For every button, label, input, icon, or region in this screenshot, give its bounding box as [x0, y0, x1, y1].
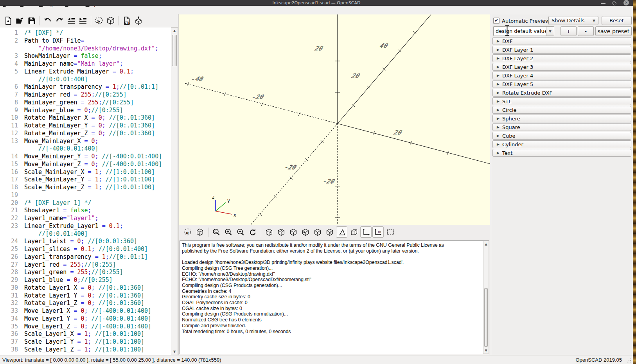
scroll-up-icon[interactable]: ▲: [171, 28, 178, 34]
group-text[interactable]: ▶Text: [492, 149, 631, 157]
indent-button[interactable]: [77, 15, 89, 26]
redo-button[interactable]: [54, 15, 65, 26]
view-bottom-button[interactable]: [287, 226, 299, 238]
view-right-button[interactable]: [263, 226, 275, 238]
code-row: 31Rotate_Layer1_Y = 0; //[0:.01:360]: [0, 292, 171, 300]
render-button[interactable]: [105, 15, 117, 26]
axis-ticks: [187, 31, 449, 217]
code-row: 24Layer1_twist = 0; //[0:0.01:360]: [0, 238, 171, 246]
group-sphere[interactable]: ▶Sphere: [492, 115, 631, 122]
axis-tick-label: 20: [392, 129, 404, 136]
console-scrollbar-thumb[interactable]: [484, 288, 488, 347]
new-file-button[interactable]: [2, 15, 14, 26]
group-dxf-layer-3[interactable]: ▶DXF Layer 3: [492, 63, 631, 71]
3d-viewport[interactable]: -40-2020204020-20-20 z y x: [179, 14, 490, 225]
group-cylinder[interactable]: ▶Cylinder: [492, 140, 631, 148]
chevron-down-icon[interactable]: ▼: [546, 27, 554, 36]
titlebar[interactable]: Inkscape2Openscad1.scad — OpenSCAD ✕: [0, 0, 633, 6]
perspective-button[interactable]: [336, 226, 347, 238]
orthogonal-button[interactable]: [348, 226, 359, 238]
close-icon[interactable]: ✕: [623, 0, 629, 5]
open-file-button[interactable]: [14, 15, 26, 26]
code-text: Linear_Extrude_MainLayer = 0.1;: [18, 68, 134, 76]
reset-view-button[interactable]: [247, 226, 258, 238]
editor-scrollbar[interactable]: ▲ ▼: [171, 27, 178, 355]
scroll-down-icon[interactable]: ▼: [171, 349, 178, 355]
save-file-button[interactable]: [26, 15, 38, 26]
desktop-wallpaper: [633, 0, 636, 364]
group-label: DXF Layer 4: [502, 73, 533, 79]
preset-combo[interactable]: design default values ▼: [493, 26, 554, 36]
code-row: 30Rotate_Layer1_X = 0; //[0:.01:360]: [0, 284, 171, 292]
undo-button[interactable]: [42, 15, 54, 26]
group-cube[interactable]: ▶Cube: [492, 132, 631, 140]
main-toolbar: »STL: [0, 14, 178, 27]
code-text: //[0:0.01:400]: [18, 76, 88, 84]
code-row: 27Layer1_red = 255;//[0:255]: [0, 261, 171, 269]
group-dxf[interactable]: ▶DXF: [492, 37, 631, 45]
view-top-button[interactable]: [275, 226, 287, 238]
line-number: 34: [0, 315, 18, 323]
code-text: ShowLayer1 = false;: [18, 207, 92, 215]
view-left-button[interactable]: [300, 226, 311, 238]
line-number: 22: [0, 215, 18, 222]
console-scrollbar[interactable]: ▲ ▼: [483, 241, 489, 354]
line-number: 12: [0, 130, 18, 138]
group-square[interactable]: ▶Square: [492, 123, 631, 131]
code-text: Layer1_green = 255;//[0:255]: [18, 269, 123, 276]
resize-grip[interactable]: [627, 358, 631, 363]
automatic-preview-checkbox[interactable]: ✔: [493, 18, 499, 24]
show-axes-button[interactable]: [360, 226, 372, 238]
add-preset-button[interactable]: +: [561, 26, 577, 36]
code-text: Linear_Extrude_Layer1 = 0.1;: [18, 222, 123, 230]
group-stl[interactable]: ▶STL: [492, 97, 631, 105]
preview-icon: »: [94, 16, 104, 25]
preview-button[interactable]: »: [93, 15, 105, 26]
code-text: Move_MainLayer_Y = 0; //[-400:0.01:400]: [18, 153, 162, 161]
console-splitter[interactable]: ······: [329, 237, 340, 239]
group-label: Circle: [502, 107, 517, 113]
console-line: ECHO: "/home/none3/Desktop/OpenscadDxf/b…: [182, 277, 482, 283]
zoom-out-button[interactable]: [235, 226, 246, 238]
export-stl-button[interactable]: STL: [121, 15, 133, 26]
unindent-button[interactable]: [65, 15, 77, 26]
save-preset-button[interactable]: save preset: [595, 26, 632, 36]
view-front-button[interactable]: [312, 226, 323, 238]
parameter-groups: ▶DXF▶DXF Layer 1▶DXF Layer 2▶DXF Layer 3…: [492, 37, 631, 158]
group-dxf-layer-2[interactable]: ▶DXF Layer 2: [492, 54, 631, 62]
group-circle[interactable]: ▶Circle: [492, 106, 631, 114]
group-dxf-layer-5[interactable]: ▶DXF Layer 5: [492, 80, 631, 88]
remove-preset-button[interactable]: -: [578, 26, 594, 36]
code-row: 21ShowLayer1 = false;: [0, 207, 171, 215]
scroll-down-icon[interactable]: ▼: [483, 348, 489, 353]
group-rotate-extrude-dxf[interactable]: ▶Rotate Extrude DXF: [492, 89, 631, 97]
code-row: 34Move_Layer1_Y = 0; //[-400:0.01:400]: [0, 315, 171, 323]
view-all-button[interactable]: [384, 226, 396, 238]
render-button[interactable]: [194, 226, 205, 238]
line-number: 8: [0, 99, 18, 107]
details-dropdown[interactable]: Show Details ▼: [548, 16, 598, 25]
zoom-all-button[interactable]: [210, 226, 222, 238]
code-text: //[-400:0.01:400]: [18, 145, 99, 153]
minimize-icon[interactable]: [601, 0, 605, 5]
line-number: 15: [0, 161, 18, 169]
preview-button[interactable]: »: [182, 226, 193, 238]
group-dxf-layer-1[interactable]: ▶DXF Layer 1: [492, 46, 631, 54]
editor-scrollbar-thumb[interactable]: [172, 35, 177, 66]
show-scale-markers-button[interactable]: 10: [372, 226, 384, 238]
axis-gizmo: z y x: [212, 194, 236, 218]
print-3d-button[interactable]: [133, 15, 144, 26]
reset-button[interactable]: Reset: [602, 16, 632, 25]
zoom-in-button[interactable]: [223, 226, 234, 238]
perspective-icon: [338, 228, 346, 237]
console-line: CGAL Polyhedrons in cache: 0: [182, 300, 482, 306]
console-line: published by the Free Software Foundatio…: [182, 248, 482, 254]
code-editor[interactable]: 1/* [DXF] */2Path_to_DXF_File= "/home/no…: [0, 27, 171, 355]
scroll-up-icon[interactable]: ▲: [483, 241, 489, 247]
code-text: "/home/none3/Desktop/drawing.dxf";: [18, 45, 158, 53]
view-back-icon: [325, 228, 334, 237]
svg-text:»: »: [185, 230, 189, 236]
chevron-right-icon: ▶: [497, 142, 502, 146]
group-dxf-layer-4[interactable]: ▶DXF Layer 4: [492, 72, 631, 79]
line-number: 19: [0, 192, 18, 199]
